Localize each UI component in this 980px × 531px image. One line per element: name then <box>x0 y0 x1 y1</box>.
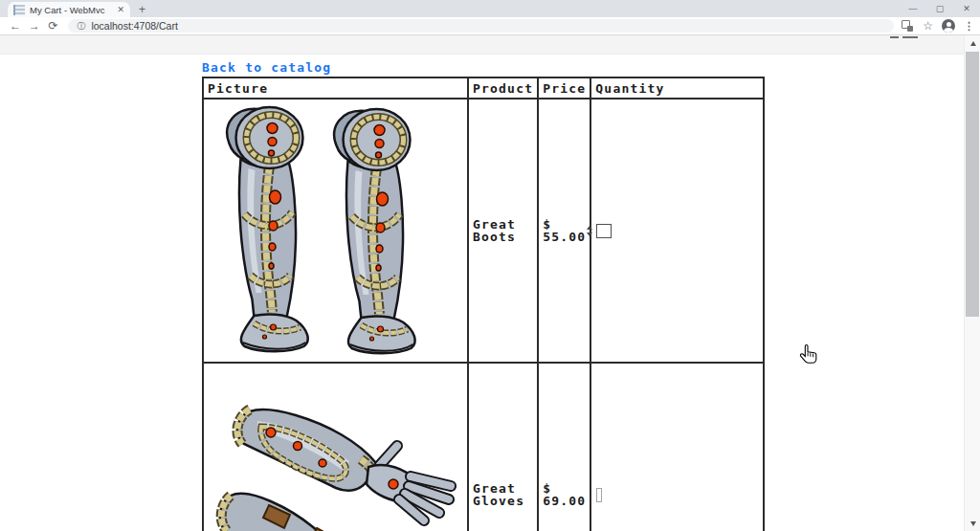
quantity-cell <box>590 99 764 363</box>
price-cell: $ 69.00 <box>538 363 590 531</box>
product-name-cell: Great Boots <box>468 99 538 363</box>
header-picture: Picture <box>203 77 468 99</box>
armored-gauntlets-image <box>208 365 458 531</box>
browser-window: My Cart - WebMvc ✕ + — ▢ ✕ ← → ⟳ ⓘ local… <box>0 0 980 531</box>
minimize-button[interactable]: — <box>900 0 926 17</box>
url-text: localhost:4708/Cart <box>91 20 177 32</box>
new-tab-button[interactable]: + <box>139 3 145 16</box>
bookmark-star-icon[interactable]: ☆ <box>923 20 933 32</box>
page-info-icon[interactable]: ⓘ <box>77 20 85 33</box>
toolbar-icons: ☆ ⋮ <box>902 19 980 33</box>
profile-avatar-icon[interactable] <box>942 19 955 33</box>
hand-cursor-icon <box>798 343 819 366</box>
forward-icon[interactable]: → <box>25 19 44 33</box>
close-button[interactable]: ✕ <box>953 0 980 17</box>
address-bar[interactable]: ⓘ localhost:4708/Cart <box>68 19 894 33</box>
browser-toolbar: ← → ⟳ ⓘ localhost:4708/Cart ☆ ⋮ <box>0 17 980 35</box>
header-quantity: Quantity <box>590 77 764 99</box>
cart-table-header-row: Picture Product Price Quantity <box>203 77 764 99</box>
price-cell: $ 55.00 <box>538 99 590 363</box>
back-to-catalog-link[interactable]: Back to catalog <box>202 60 331 75</box>
gloves-picture-cell <box>203 363 468 531</box>
boots-picture-cell <box>203 99 468 363</box>
tab-title: My Cart - WebMvc <box>30 5 113 15</box>
page-content: Back to catalog Picture Product Price Qu… <box>0 35 980 531</box>
browser-tab[interactable]: My Cart - WebMvc ✕ <box>8 2 130 17</box>
back-icon[interactable]: ← <box>6 19 25 33</box>
maximize-button[interactable]: ▢ <box>926 0 953 17</box>
cart-row-gloves: Great Gloves $ 69.00 <box>203 363 764 531</box>
vertical-scrollbar[interactable] <box>964 35 980 531</box>
tab-bar: My Cart - WebMvc ✕ + — ▢ ✕ <box>0 0 980 17</box>
armored-boots-image <box>208 101 426 358</box>
cart-row-boots: Great Boots $ 55.00 <box>203 99 764 363</box>
scrollbar-thumb[interactable] <box>966 52 979 317</box>
translate-icon[interactable] <box>902 20 914 33</box>
header-price: Price <box>538 77 590 99</box>
refresh-icon[interactable]: ⟳ <box>44 19 63 33</box>
menu-dots-icon[interactable]: ⋮ <box>964 20 974 33</box>
product-name-cell: Great Gloves <box>468 363 538 531</box>
truncated-text-fragment <box>890 36 918 41</box>
tab-close-icon[interactable]: ✕ <box>117 5 124 14</box>
quantity-spinner[interactable] <box>584 226 594 236</box>
window-controls: — ▢ ✕ <box>900 0 980 17</box>
header-product: Product <box>468 77 538 99</box>
site-favicon-icon <box>13 5 25 15</box>
scroll-up-icon[interactable] <box>965 35 980 51</box>
quantity-input-gloves[interactable] <box>596 488 602 502</box>
quantity-input-boots[interactable] <box>596 224 612 238</box>
scroll-down-icon[interactable] <box>965 516 980 531</box>
quantity-cell <box>590 363 764 531</box>
cart-table: Picture Product Price Quantity <box>202 77 765 531</box>
page-header-strip <box>0 35 964 55</box>
